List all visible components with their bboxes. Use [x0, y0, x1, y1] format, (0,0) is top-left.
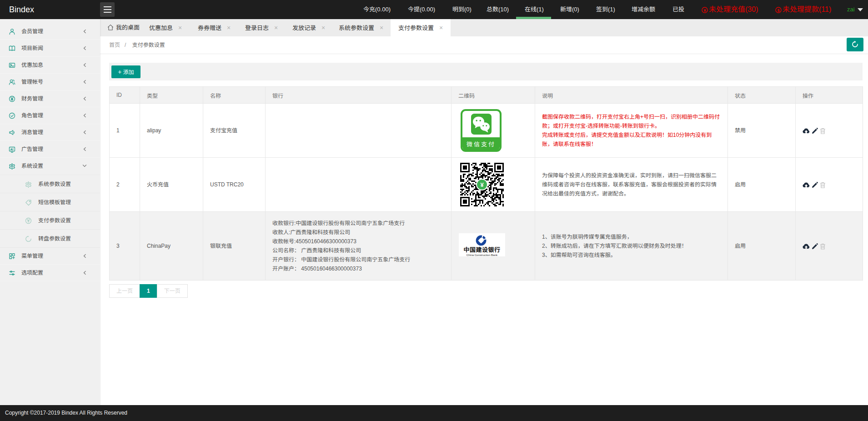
svg-text:China Construction Bank: China Construction Bank	[467, 253, 498, 256]
svg-text:¥: ¥	[703, 8, 706, 13]
svg-text:$: $	[777, 8, 779, 13]
svg-text:¥: ¥	[480, 181, 484, 188]
svg-text:中国建设银行: 中国建设银行	[463, 245, 500, 254]
svg-text:微信支付: 微信支付	[467, 140, 496, 148]
